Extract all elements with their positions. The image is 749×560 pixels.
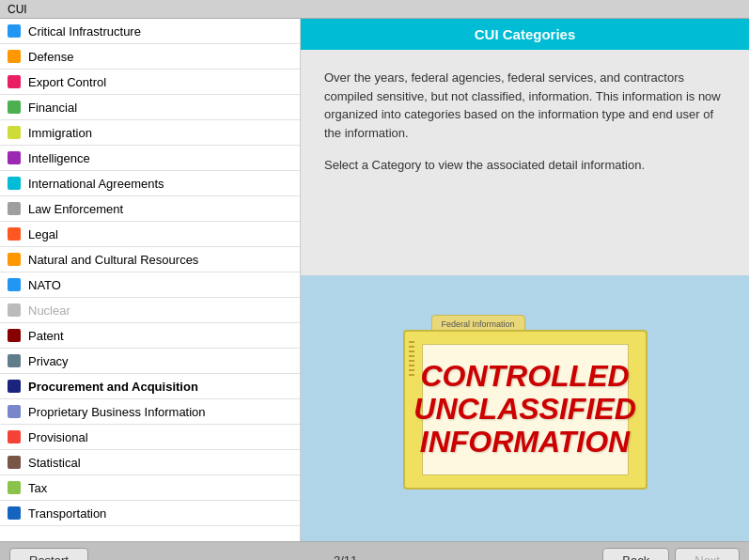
back-button[interactable]: Back: [602, 548, 669, 560]
restart-button[interactable]: Restart: [9, 548, 88, 560]
sidebar-item-nuclear: Nuclear: [0, 298, 300, 323]
sidebar-item-label-legal: Legal: [28, 227, 58, 241]
color-indicator-proprietary-business-info: [8, 405, 21, 418]
sidebar-item-label-procurement-acquisition: Procurement and Acquisition: [28, 380, 198, 394]
color-indicator-financial: [8, 101, 21, 114]
content-paragraph2: Select a Category to view the associated…: [324, 156, 726, 175]
color-indicator-export-control: [8, 75, 21, 88]
sidebar-item-label-law-enforcement: Law Enforcement: [28, 202, 123, 216]
sidebar-item-label-defense: Defense: [28, 50, 73, 64]
cui-line1: CONTROLLED: [420, 359, 629, 393]
sidebar-item-law-enforcement[interactable]: Law Enforcement: [0, 196, 300, 222]
sidebar-item-financial[interactable]: Financial: [0, 95, 300, 120]
sidebar-item-proprietary-business-info[interactable]: Proprietary Business Information: [0, 399, 300, 425]
sidebar-item-critical-infrastructure[interactable]: Critical Infrastructure: [0, 19, 300, 44]
folder-inner: CONTROLLEDUNCLASSIFIEDINFORMATION: [422, 344, 629, 475]
next-button[interactable]: Next: [675, 548, 740, 560]
sidebar: Critical InfrastructureDefenseExport Con…: [0, 19, 301, 541]
color-indicator-legal: [8, 227, 21, 241]
content-image-area: Federal Information CONTROLLEDUNC: [301, 275, 749, 541]
content-body: Over the years, federal agencies, federa…: [301, 50, 749, 275]
folder-wrapper: Federal Information CONTROLLEDUNC: [403, 315, 648, 503]
sidebar-item-label-statistical: Statistical: [28, 456, 81, 470]
sidebar-item-legal[interactable]: Legal: [0, 222, 300, 247]
page-indicator: 3/11: [334, 553, 357, 560]
sidebar-item-procurement-acquisition[interactable]: Procurement and Acquisition: [0, 374, 300, 399]
color-indicator-patent: [8, 329, 21, 342]
content-header: CUI Categories: [301, 19, 749, 50]
content-paragraph1: Over the years, federal agencies, federa…: [324, 69, 726, 142]
color-indicator-defense: [8, 50, 21, 63]
sidebar-item-label-nato: NATO: [28, 278, 61, 292]
sidebar-item-export-control[interactable]: Export Control: [0, 70, 300, 95]
sidebar-item-immigration[interactable]: Immigration: [0, 120, 300, 146]
sidebar-item-label-tax: Tax: [28, 481, 47, 495]
color-indicator-tax: [8, 481, 21, 494]
sidebar-item-label-immigration: Immigration: [28, 126, 92, 140]
sidebar-item-label-natural-cultural-resources: Natural and Cultural Resources: [28, 253, 198, 267]
color-indicator-critical-infrastructure: [8, 24, 21, 38]
color-indicator-privacy: [8, 354, 21, 367]
sidebar-item-label-provisional: Provisional: [28, 430, 88, 444]
sidebar-item-label-financial: Financial: [28, 101, 77, 115]
sidebar-item-label-international-agreements: International Agreements: [28, 177, 164, 191]
sidebar-item-defense[interactable]: Defense: [0, 44, 300, 70]
cui-line3: INFORMATION: [420, 425, 630, 459]
sidebar-item-privacy[interactable]: Privacy: [0, 349, 300, 374]
sidebar-item-label-export-control: Export Control: [28, 75, 106, 89]
color-indicator-procurement-acquisition: [8, 380, 21, 393]
sidebar-item-transportation[interactable]: Transportation: [0, 501, 300, 526]
sidebar-item-label-nuclear: Nuclear: [28, 303, 70, 318]
sidebar-item-label-intelligence: Intelligence: [28, 151, 90, 165]
sidebar-item-label-patent: Patent: [28, 329, 64, 343]
sidebar-item-nato[interactable]: NATO: [0, 272, 300, 298]
sidebar-item-natural-cultural-resources[interactable]: Natural and Cultural Resources: [0, 247, 300, 272]
color-indicator-natural-cultural-resources: [8, 253, 21, 266]
color-indicator-intelligence: [8, 151, 21, 164]
sidebar-item-intelligence[interactable]: Intelligence: [0, 146, 300, 171]
cui-line2: UNCLASSIFIED: [414, 392, 635, 426]
color-indicator-international-agreements: [8, 177, 21, 190]
color-indicator-statistical: [8, 456, 21, 469]
sidebar-item-patent[interactable]: Patent: [0, 323, 300, 349]
color-indicator-law-enforcement: [8, 202, 21, 215]
color-indicator-transportation: [8, 506, 21, 520]
sidebar-item-tax[interactable]: Tax: [0, 475, 300, 501]
folder-body: CONTROLLEDUNCLASSIFIEDINFORMATION: [403, 330, 648, 490]
sidebar-item-international-agreements[interactable]: International Agreements: [0, 171, 300, 196]
sidebar-item-label-transportation: Transportation: [28, 506, 106, 521]
bottom-bar: Restart 3/11 Back Next: [0, 541, 749, 560]
color-indicator-immigration: [8, 126, 21, 139]
color-indicator-nuclear: [8, 303, 21, 317]
title-bar: CUI: [0, 0, 749, 19]
sidebar-item-provisional[interactable]: Provisional: [0, 425, 300, 450]
title-bar-label: CUI: [8, 3, 27, 16]
sidebar-item-label-privacy: Privacy: [28, 354, 69, 368]
sidebar-item-statistical[interactable]: Statistical: [0, 450, 300, 475]
content-area: CUI Categories Over the years, federal a…: [301, 19, 749, 541]
cui-text: CONTROLLEDUNCLASSIFIEDINFORMATION: [414, 360, 635, 459]
color-indicator-provisional: [8, 430, 21, 443]
color-indicator-nato: [8, 278, 21, 291]
sidebar-item-label-proprietary-business-info: Proprietary Business Information: [28, 405, 206, 419]
sidebar-item-label-critical-infrastructure: Critical Infrastructure: [28, 24, 141, 39]
